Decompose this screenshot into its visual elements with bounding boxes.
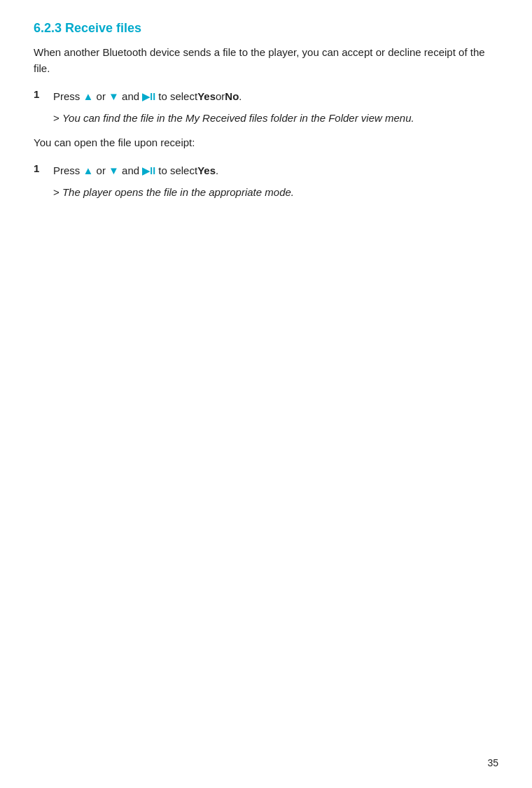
step-1-period: . bbox=[239, 90, 241, 102]
step-2-period: . bbox=[216, 164, 218, 176]
step-1-block: 1 Press ▲ or ▼ and ▶II to selectYesorNo. bbox=[34, 88, 498, 105]
step-1-number: 1 bbox=[34, 88, 53, 100]
down-arrow-icon: ▼ bbox=[108, 90, 119, 102]
step-2-play-pause-icon: ▶II bbox=[142, 164, 155, 179]
intro-paragraph: When another Bluetooth device sends a fi… bbox=[34, 44, 498, 77]
step-1-yes-label: Yes bbox=[197, 90, 216, 102]
step-2-to-select: to select bbox=[158, 164, 197, 176]
step-2-down-arrow-icon: ▼ bbox=[108, 164, 119, 176]
section-title: 6.2.3 Receive files bbox=[34, 21, 498, 36]
up-arrow-icon: ▲ bbox=[83, 90, 94, 102]
result-1-text: You can find the file in the My Received… bbox=[53, 112, 414, 124]
intro-text: When another Bluetooth device sends a fi… bbox=[34, 46, 485, 74]
between-steps-text: You can open the file upon receipt: bbox=[34, 134, 498, 150]
play-pause-icon: ▶II bbox=[142, 90, 155, 105]
step-2-block: 1 Press ▲ or ▼ and ▶II to selectYes. bbox=[34, 162, 498, 179]
step-1-and-label: and bbox=[122, 90, 139, 102]
result-2-text: The player opens the file in the appropr… bbox=[53, 186, 294, 198]
step-2-number: 1 bbox=[34, 162, 53, 174]
step-2-yes-label: Yes bbox=[197, 164, 216, 176]
step-1-or-label2: or bbox=[216, 90, 225, 102]
step-1-or-label: or bbox=[97, 90, 106, 102]
result-2-block: The player opens the file in the appropr… bbox=[53, 184, 498, 200]
result-1-block: You can find the file in the My Received… bbox=[53, 110, 498, 126]
step-2-or-label: or bbox=[97, 164, 106, 176]
step-1-to-select: to select bbox=[158, 90, 197, 102]
step-2-and-label: and bbox=[122, 164, 139, 176]
step-2-content: Press ▲ or ▼ and ▶II to selectYes. bbox=[53, 162, 218, 179]
page-number: 35 bbox=[487, 757, 498, 768]
step-2-press-label: Press bbox=[53, 164, 80, 176]
page-container: 6.2.3 Receive files When another Bluetoo… bbox=[0, 0, 532, 788]
step-1-press-label: Press bbox=[53, 90, 80, 102]
step-1-no-label: No bbox=[225, 90, 239, 102]
step-2-up-arrow-icon: ▲ bbox=[83, 164, 94, 176]
step-1-content: Press ▲ or ▼ and ▶II to selectYesorNo. bbox=[53, 88, 242, 105]
